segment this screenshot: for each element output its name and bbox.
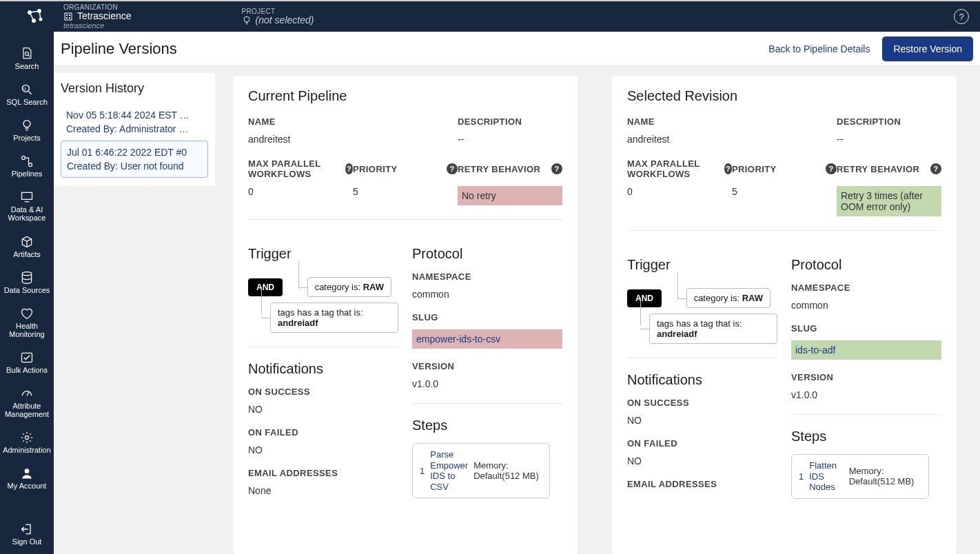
- help-icon[interactable]: ?: [345, 163, 353, 174]
- divider: [248, 219, 562, 220]
- version-history-panel: Version History Nov 05 5:18:44 2024 EST …: [54, 73, 215, 186]
- trigger-condition: category is: RAW: [686, 288, 770, 308]
- step-name: Parse Empower IDS to CSV: [430, 449, 468, 492]
- svg-rect-25: [22, 193, 32, 200]
- back-to-pipeline-details-link[interactable]: Back to Pipeline Details: [768, 43, 870, 54]
- sidebar-item-pipelines[interactable]: Pipelines: [1, 152, 52, 181]
- svg-rect-7: [65, 13, 72, 20]
- svg-rect-10: [66, 17, 68, 19]
- help-icon[interactable]: ?: [826, 163, 837, 174]
- building-icon: [63, 11, 73, 21]
- label-on-failed: ON FAILED: [248, 427, 398, 438]
- svg-point-27: [22, 271, 31, 275]
- notifications-heading: Notifications: [627, 372, 777, 388]
- label-max-parallel: MAX PARALLEL WORKFLOWS?: [248, 158, 353, 179]
- sidebar-item-search[interactable]: Search: [1, 44, 52, 73]
- divider: [412, 403, 562, 404]
- project-selector[interactable]: PROJECT (not selected): [242, 8, 314, 25]
- step-card[interactable]: 1 Parse Empower IDS to CSV Memory: Defau…: [412, 443, 550, 498]
- help-icon[interactable]: ?: [551, 163, 562, 174]
- label-slug: SLUG: [412, 312, 562, 322]
- label-version: VERSION: [412, 361, 562, 371]
- sidebar-item-artifacts[interactable]: Artifacts: [1, 232, 52, 261]
- current-pipeline-card: Current Pipeline NAME DESCRIPTION andrei…: [233, 76, 578, 554]
- step-card[interactable]: 1 Flatten IDS Nodes Memory: Default(512 …: [791, 454, 929, 499]
- bulb-icon: [242, 15, 252, 25]
- selected-revision-title: Selected Revision: [627, 88, 941, 104]
- user-icon: [20, 466, 34, 480]
- sidebar-item-projects[interactable]: Projects: [1, 116, 52, 145]
- svg-line-29: [27, 392, 29, 396]
- organization-selector[interactable]: ORGANIZATION Tetrascience tetrascience: [63, 3, 132, 30]
- current-retry: No retry: [458, 183, 562, 205]
- help-icon[interactable]: ?: [447, 163, 458, 174]
- help-icon[interactable]: ?: [954, 9, 969, 24]
- sidebar-item-administration[interactable]: Administration: [1, 428, 52, 457]
- app-header: ORGANIZATION Tetrascience tetrascience P…: [0, 0, 980, 32]
- label-retry: RETRY BEHAVIOR?: [837, 158, 941, 179]
- label-description: DESCRIPTION: [458, 116, 562, 127]
- page-header: Pipeline Versions Back to Pipeline Detai…: [54, 32, 980, 66]
- sidebar-item-my-account[interactable]: My Account: [1, 464, 52, 493]
- label-on-failed: ON FAILED: [627, 438, 777, 449]
- restore-version-button[interactable]: Restore Version: [882, 37, 973, 61]
- molecule-icon: [25, 7, 45, 26]
- logo[interactable]: [8, 7, 62, 26]
- revision-name: andreitest: [627, 131, 732, 145]
- divider: [627, 230, 941, 231]
- current-pipeline-title: Current Pipeline: [248, 88, 562, 104]
- label-on-success: ON SUCCESS: [248, 387, 398, 397]
- revision-namespace: common: [791, 300, 941, 311]
- label-retry: RETRY BEHAVIOR?: [458, 158, 562, 179]
- current-slug: empower-ids-to-csv: [412, 329, 562, 349]
- current-name: andreitest: [248, 131, 353, 145]
- svg-line-16: [28, 55, 30, 57]
- sidebar-item-attribute-management[interactable]: Attribute Management: [1, 384, 52, 421]
- svg-point-23: [22, 156, 25, 160]
- label-name: NAME: [248, 116, 353, 127]
- help-icon[interactable]: ?: [724, 163, 732, 174]
- trigger-tree: AND category is: RAW tags has a tag that…: [627, 283, 777, 344]
- revision-on-failed: NO: [627, 455, 777, 466]
- project-value: (not selected): [256, 15, 314, 25]
- current-priority: 5: [353, 183, 458, 205]
- and-operator-chip: AND: [248, 278, 283, 296]
- label-on-success: ON SUCCESS: [627, 398, 777, 408]
- sidebar-item-data-sources[interactable]: Data Sources: [1, 268, 52, 297]
- checklist-icon: [20, 351, 34, 365]
- revision-description: --: [837, 131, 941, 145]
- sidebar-item-bulk-actions[interactable]: Bulk Actions: [1, 348, 52, 377]
- monitor-icon: [20, 190, 34, 204]
- label-slug: SLUG: [791, 323, 941, 334]
- label-description: DESCRIPTION: [837, 116, 941, 127]
- revision-retry: Retry 3 times (after OOM error only): [837, 183, 941, 216]
- svg-line-18: [28, 91, 32, 94]
- divider: [791, 414, 941, 415]
- revision-priority: 5: [732, 183, 837, 216]
- version-history-item[interactable]: Nov 05 5:18:44 2024 EST … Created By: Ad…: [61, 104, 208, 141]
- svg-line-5: [30, 12, 34, 21]
- trigger-heading: Trigger: [248, 246, 398, 262]
- help-icon[interactable]: ?: [930, 163, 941, 174]
- trigger-condition: tags has a tag that is: andreiadf: [270, 302, 398, 333]
- sidebar-item-health-monitoring[interactable]: Health Monitoring: [1, 304, 52, 341]
- label-name: NAME: [627, 116, 732, 127]
- sidebar-item-sql-search[interactable]: Q SQL Search: [1, 80, 52, 109]
- current-description: --: [458, 131, 562, 145]
- divider: [248, 347, 398, 347]
- svg-point-12: [244, 17, 249, 22]
- revision-slug: ids-to-adf: [791, 340, 941, 360]
- version-history-item-selected[interactable]: Jul 01 6:46:22 2022 EDT #0 Created By: U…: [61, 141, 208, 178]
- sidebar: Search Q SQL Search Projects Pipelines D…: [0, 32, 54, 554]
- svg-point-30: [25, 436, 29, 440]
- revision-on-success: NO: [627, 415, 777, 426]
- trigger-heading: Trigger: [627, 257, 777, 273]
- sidebar-item-sign-out[interactable]: Sign Out: [1, 520, 52, 548]
- divider: [627, 358, 777, 358]
- sign-out-icon: [20, 522, 34, 536]
- sql-icon: Q: [20, 83, 34, 96]
- sidebar-item-data-ai-workspace[interactable]: Data & AI Workspace: [1, 187, 52, 225]
- protocol-heading: Protocol: [412, 246, 562, 262]
- search-doc-icon: [20, 47, 34, 61]
- label-emails: EMAIL ADDRESSES: [248, 468, 398, 478]
